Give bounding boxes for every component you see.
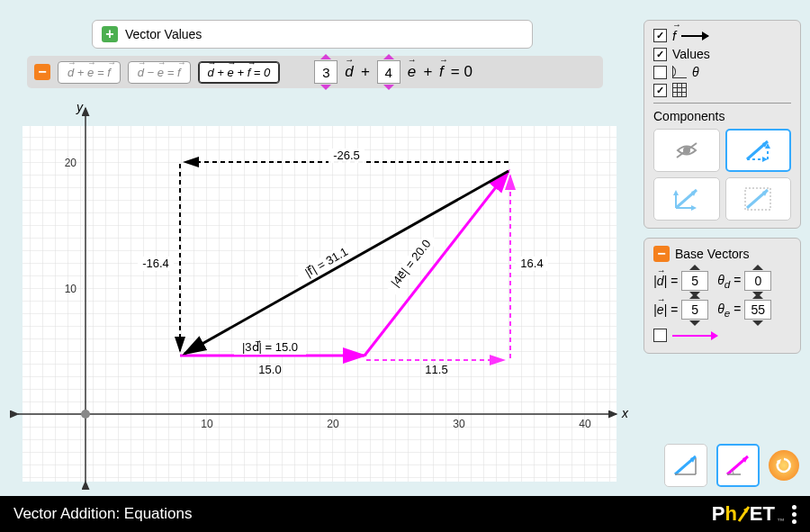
label-fy: -16.4 [142, 257, 169, 270]
label-ey: 16.4 [520, 257, 543, 270]
e-angle-spinner[interactable]: 55 [744, 300, 771, 320]
d-magnitude-spinner[interactable]: 5 [681, 271, 708, 291]
vector-values-accordion[interactable]: + Vector Values [92, 20, 533, 49]
arrow-icon [672, 335, 717, 337]
components-parallelogram-button[interactable] [725, 129, 792, 172]
svg-text:40: 40 [579, 418, 591, 430]
plus-label: + [361, 63, 370, 81]
collapse-icon[interactable]: − [34, 64, 50, 80]
checkbox-grid[interactable] [653, 83, 791, 97]
vector-values-label: Vector Values [125, 27, 202, 41]
equation-display: 3 d + 4 e + f = 0 [314, 60, 472, 84]
svg-marker-35 [673, 190, 679, 195]
svg-point-4 [81, 410, 90, 419]
label-d-mag: |3d⃗| = 15.0 [242, 340, 298, 354]
equation-option-sum[interactable]: d + e = f [58, 61, 121, 84]
menu-icon[interactable] [792, 505, 796, 524]
checkbox-values[interactable]: Values [653, 47, 791, 61]
graph-area[interactable]: x y 10 20 30 40 10 20 -26.5 -16.4 16.4 |… [4, 99, 630, 491]
checkbox-angles[interactable]: θ [653, 65, 791, 79]
svg-text:20: 20 [327, 418, 339, 430]
base-vectors-title: Base Vectors [675, 247, 750, 261]
components-triangle-button[interactable] [653, 177, 720, 221]
color-scheme-blue-button[interactable] [664, 444, 707, 487]
title-bar: Vector Addition: Equations Ph ET ™ [0, 496, 810, 532]
svg-rect-1 [22, 126, 616, 482]
checkbox-icon [653, 329, 667, 342]
svg-text:10: 10 [65, 283, 77, 295]
svg-text:30: 30 [453, 418, 465, 430]
coef-e-spinner[interactable]: 4 [377, 60, 400, 84]
e-magnitude-spinner[interactable]: 5 [681, 300, 708, 320]
phet-logo[interactable]: Ph ET ™ [712, 502, 796, 526]
coef-d-spinner[interactable]: 3 [314, 60, 338, 84]
checkbox-icon [653, 48, 667, 61]
d-angle-spinner[interactable]: 0 [744, 271, 771, 291]
collapse-icon[interactable]: − [653, 246, 670, 262]
angle-icon [672, 66, 687, 78]
display-options-panel: f Values θ Components [644, 20, 801, 229]
show-base-vectors-checkbox[interactable] [653, 329, 791, 342]
vec-e-label: e [408, 63, 416, 81]
reset-button[interactable] [769, 450, 799, 481]
equation-toolbar: − d + e = f d − e = f d + e + f = 0 3 d … [27, 56, 603, 88]
components-projection-button[interactable] [725, 177, 792, 221]
label-ex: 11.5 [425, 363, 447, 376]
base-vectors-panel: − Base Vectors |d| = 5 θd = 0 |e| = 5 θe… [644, 238, 801, 354]
checkbox-icon [653, 29, 667, 42]
checkbox-f-vector[interactable]: f [653, 28, 791, 43]
svg-text:10: 10 [201, 418, 213, 430]
sim-title: Vector Addition: Equations [14, 505, 192, 523]
equals-zero-label: = 0 [451, 63, 472, 81]
color-scheme-magenta-button[interactable] [716, 444, 760, 487]
vec-d-label: d [345, 63, 353, 81]
label-fx: -26.5 [333, 149, 360, 162]
components-none-button[interactable] [653, 129, 720, 172]
y-axis-label: y [76, 100, 84, 114]
arrow-icon [681, 35, 708, 37]
svg-line-25 [677, 143, 697, 158]
grid-icon [672, 83, 687, 97]
svg-text:20: 20 [65, 157, 77, 169]
label-dx: 15.0 [258, 363, 281, 376]
svg-marker-37 [691, 205, 697, 211]
plus-label-2: + [423, 63, 432, 81]
checkbox-icon [653, 66, 667, 79]
checkbox-icon [653, 84, 667, 97]
expand-icon[interactable]: + [102, 26, 118, 42]
x-axis-label: x [621, 406, 629, 420]
components-title: Components [653, 109, 791, 123]
equation-option-zero[interactable]: d + e + f = 0 [198, 61, 281, 84]
equation-option-diff[interactable]: d − e = f [128, 61, 191, 84]
vec-f-label: f [439, 63, 444, 81]
